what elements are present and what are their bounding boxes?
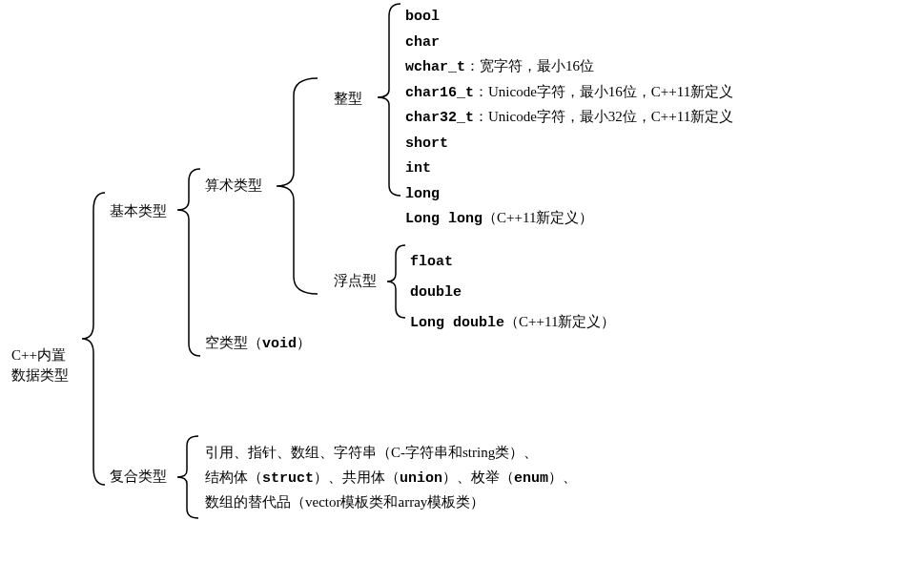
type-long: long xyxy=(405,182,733,206)
type-short: short xyxy=(405,132,733,156)
root-line1: C++内置 xyxy=(11,345,69,365)
type-char32: char32_t：Unicode字符，最小32位，C++11新定义 xyxy=(405,106,733,130)
brace-float xyxy=(381,243,408,320)
type-longdouble: Long double（C++11新定义） xyxy=(410,307,615,338)
arithmetic-type-label: 算术类型 xyxy=(205,177,262,195)
brace-compound xyxy=(172,434,202,520)
type-int: int xyxy=(405,156,733,180)
compound-line2: 结构体（struct）、共用体（union）、枚举（enum）、 xyxy=(205,466,577,491)
type-char16: char16_t：Unicode字符，最小16位，C++11新定义 xyxy=(405,81,733,105)
root-line2: 数据类型 xyxy=(11,365,69,386)
basic-type-label: 基本类型 xyxy=(110,202,167,220)
compound-line3: 数组的替代品（vector模板类和array模板类） xyxy=(205,490,577,515)
root-label: C++内置 数据类型 xyxy=(11,345,69,386)
void-keyword: void xyxy=(262,336,297,352)
float-list: float double Long double（C++11新定义） xyxy=(410,246,615,338)
type-bool: bool xyxy=(405,5,733,29)
integer-type-label: 整型 xyxy=(334,90,362,108)
brace-basic xyxy=(170,167,203,358)
brace-integer xyxy=(370,2,403,198)
void-type-label: 空类型（void） xyxy=(205,334,311,352)
type-wchar: wchar_t：宽字符，最小16位 xyxy=(405,55,733,79)
brace-arithmetic xyxy=(265,76,322,296)
integer-list: bool char wchar_t：宽字符，最小16位 char16_t：Uni… xyxy=(405,5,733,233)
brace-root xyxy=(74,191,108,487)
type-char: char xyxy=(405,31,733,54)
compound-type-label: 复合类型 xyxy=(110,468,167,486)
float-type-label: 浮点型 xyxy=(334,272,377,290)
type-longlong: Long long（C++11新定义） xyxy=(405,207,733,231)
type-double: double xyxy=(410,277,615,307)
compound-line1: 引用、指针、数组、字符串（C-字符串和string类）、 xyxy=(205,441,577,466)
type-float: float xyxy=(410,246,615,277)
compound-list: 引用、指针、数组、字符串（C-字符串和string类）、 结构体（struct）… xyxy=(205,441,577,515)
